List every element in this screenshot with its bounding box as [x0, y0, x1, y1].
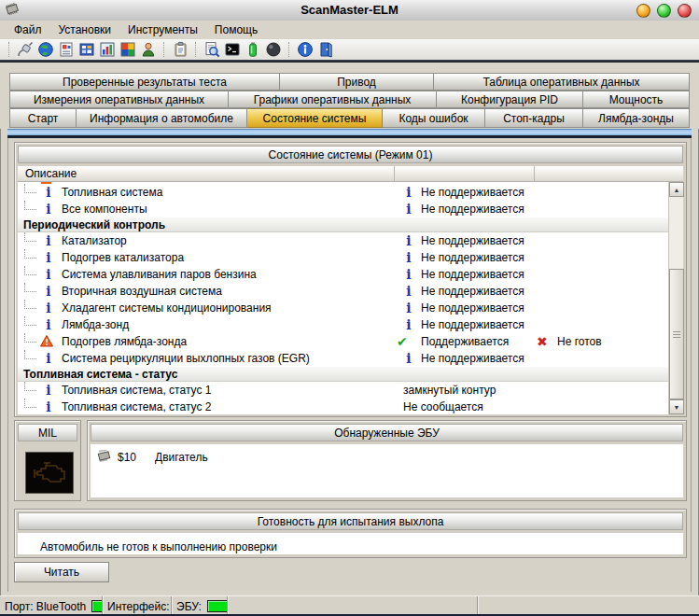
- info-icon: i: [402, 283, 415, 300]
- globe-icon[interactable]: [36, 40, 55, 59]
- row-label: Хладагент системы кондиционирования: [62, 300, 272, 316]
- chip-icon: [96, 450, 112, 465]
- row-status: Поддерживается: [421, 333, 509, 350]
- statusbar-port: Порт: BlueTooth: [0, 596, 103, 616]
- scrollbar-thumb[interactable]: [669, 269, 684, 399]
- ecu-entry[interactable]: $10 Двигатель: [96, 450, 208, 465]
- table-row[interactable]: i Система улавливания паров бензина i Не…: [18, 266, 670, 283]
- menu-file[interactable]: Файл: [6, 21, 50, 38]
- row-status: Не поддерживается: [421, 350, 524, 367]
- table-column-header[interactable]: Описание: [18, 166, 683, 182]
- row-status: Не поддерживается: [421, 184, 524, 201]
- tree-connector: [24, 249, 36, 259]
- window-title: ScanMaster-ELM: [0, 3, 699, 17]
- section-row: Периодический контроль: [18, 217, 670, 232]
- terminal-icon[interactable]: [223, 40, 242, 59]
- tab-system-status[interactable]: Состояние системы: [247, 108, 383, 128]
- row-label: Лямбда-зонд: [62, 316, 129, 333]
- tab-live-data-graphs[interactable]: Графики оперативных данных: [229, 91, 437, 108]
- menu-tools[interactable]: Инструменты: [119, 21, 206, 38]
- user-icon[interactable]: [139, 40, 158, 59]
- table-row[interactable]: i Подогрев катализатора i Не поддерживае…: [18, 249, 670, 266]
- row-status: Не поддерживается: [421, 316, 524, 333]
- color-graphs-icon[interactable]: [119, 40, 137, 59]
- clipboard-icon[interactable]: [171, 40, 189, 59]
- table-row[interactable]: i Топливная система, статус 2 Не сообщае…: [18, 399, 670, 414]
- column-divider: [394, 166, 395, 182]
- info-icon[interactable]: [296, 40, 315, 59]
- bar-chart-icon[interactable]: [98, 40, 117, 59]
- tree-connector: [24, 399, 36, 408]
- maximize-button[interactable]: [657, 4, 671, 18]
- table-row[interactable]: i Хладагент системы кондиционирования i …: [18, 300, 670, 316]
- statusbar-empty: [228, 596, 478, 616]
- info-icon: i: [42, 350, 55, 367]
- row-readiness: Не готов: [557, 333, 602, 350]
- row-status: Не поддерживается: [421, 266, 524, 283]
- tree-connector: [24, 201, 36, 210]
- info-icon: i: [402, 300, 415, 316]
- readiness-title: Готовность для испытания выхлопа: [18, 512, 683, 530]
- scroll-up-button[interactable]: ▲: [669, 182, 684, 197]
- statusbar: Порт: BlueTooth Интерфейс: ЭБУ:: [0, 595, 699, 616]
- battery-icon[interactable]: [244, 40, 262, 59]
- search-report-icon[interactable]: [203, 40, 221, 59]
- toolbar-separator: [163, 42, 165, 57]
- menubar: Файл Установки Инструменты Помощь: [0, 21, 699, 39]
- tab-drive[interactable]: Привод: [280, 73, 434, 91]
- menu-settings[interactable]: Установки: [50, 21, 119, 38]
- tab-live-data-meters[interactable]: Измерения оперативных данных: [9, 91, 229, 108]
- main-panel: Состояние системы (Режим 01) Описание i …: [7, 138, 692, 592]
- table-row[interactable]: i Катализатор i Не поддерживается: [18, 232, 670, 249]
- tab-pid-config[interactable]: Конфигурация PID: [437, 91, 583, 108]
- row-label: Топливная система, статус 2: [62, 399, 211, 414]
- ecu-led: [207, 600, 228, 612]
- gauge-icon[interactable]: [264, 40, 283, 59]
- tree-connector: [24, 232, 36, 242]
- row-label: Все компоненты: [62, 201, 147, 217]
- table-row[interactable]: i Вторичная воздушная система i Не подде…: [18, 283, 670, 300]
- check-icon: ✔: [397, 333, 408, 350]
- table-row[interactable]: i Система рециркуляции выхлопных газов (…: [18, 350, 670, 367]
- info-icon: i: [402, 184, 415, 201]
- cross-icon: ✖: [537, 333, 548, 350]
- readiness-message: Автомобиль не готов к выполнению проверк…: [40, 540, 277, 553]
- table-row[interactable]: i Топливная система i Не поддерживается: [18, 184, 670, 201]
- tab-trouble-codes[interactable]: Коды ошибок: [383, 108, 485, 128]
- tab-power[interactable]: Мощность: [583, 91, 690, 108]
- table-row[interactable]: i Лямбда-зонд i Не поддерживается: [18, 316, 670, 333]
- tab-tested-results[interactable]: Проверенные результаты теста: [9, 73, 280, 91]
- read-button[interactable]: Читать: [14, 562, 109, 582]
- row-label: Вторичная воздушная система: [62, 283, 222, 300]
- statusbar-empty: [478, 596, 699, 616]
- vertical-scrollbar[interactable]: ▲ ▼: [668, 182, 683, 414]
- table-row[interactable]: Подогрев лямбда-зонда ✔ Поддерживается ✖…: [18, 333, 670, 350]
- close-button[interactable]: [678, 4, 692, 18]
- vehicle-info-icon[interactable]: [57, 40, 76, 59]
- tab-lambda-sensors[interactable]: Лямбда-зонды: [583, 108, 690, 128]
- info-icon: i: [42, 201, 55, 217]
- mil-lamp: [25, 452, 74, 494]
- info-icon: i: [402, 232, 415, 249]
- minimize-button[interactable]: [636, 4, 650, 18]
- readiness-group: Готовность для испытания выхлопа Автомоб…: [14, 509, 687, 558]
- scroll-down-button[interactable]: ▼: [669, 399, 684, 414]
- row-status: Не поддерживается: [421, 232, 524, 249]
- menu-help[interactable]: Помощь: [206, 21, 266, 38]
- row-status: Не сообщается: [403, 399, 483, 414]
- tab-freeze-frames[interactable]: Стоп-кадры: [485, 108, 583, 128]
- titlebar: ScanMaster-ELM: [0, 0, 699, 21]
- check-engine-icon: [31, 459, 68, 487]
- obd-connector-icon[interactable]: [16, 40, 35, 59]
- table-row[interactable]: i Все компоненты i Не поддерживается: [18, 201, 670, 217]
- thumb-grip: [673, 331, 680, 332]
- tab-start[interactable]: Старт: [9, 108, 77, 128]
- exit-door-icon[interactable]: [316, 40, 335, 59]
- row-status: Не поддерживается: [421, 201, 524, 217]
- tab-live-data-table[interactable]: Таблица оперативных данных: [434, 73, 690, 91]
- tree-connector: [24, 333, 36, 343]
- data-table-icon[interactable]: [77, 40, 96, 59]
- info-icon: i: [402, 316, 415, 333]
- table-row[interactable]: i Топливная система, статус 1 замкнутый …: [18, 382, 670, 399]
- tab-vehicle-info[interactable]: Информация о автомобиле: [77, 108, 247, 128]
